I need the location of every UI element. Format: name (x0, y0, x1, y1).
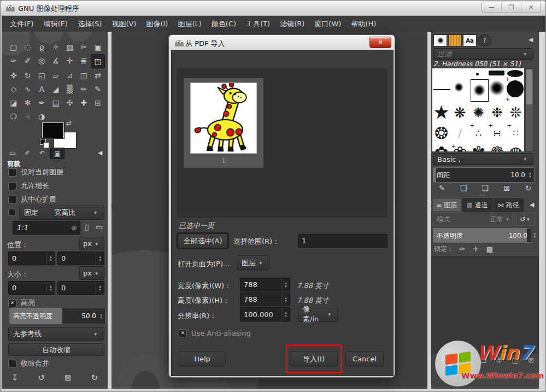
clear-icon[interactable]: ⊗ (71, 224, 77, 232)
tool-ink[interactable]: ✒ (34, 96, 49, 109)
tool-blur[interactable]: ❍ (7, 110, 21, 123)
current-layer-checkbox[interactable] (8, 168, 16, 177)
opacity-spinner[interactable]: ▴▾ (531, 228, 538, 242)
menu-colors[interactable]: 颜色(C) (207, 16, 241, 32)
menu-view[interactable]: 视图(V) (107, 16, 141, 32)
brush-cell[interactable]: ❊ (507, 103, 524, 122)
brush-cell[interactable] (507, 70, 523, 77)
dock-resize-handle-icon[interactable]: ⋯ (479, 191, 485, 198)
spin-down-icon[interactable]: ▾ (50, 288, 52, 291)
tool-align[interactable]: ≣ (77, 54, 91, 67)
antialias-checkbox[interactable]: ✕ (179, 329, 187, 337)
position-y-spinner[interactable]: 0 ▴▾ (57, 251, 104, 265)
layer-opacity-slider[interactable]: 不透明度 100.0 (433, 228, 531, 243)
tool-dodge-burn[interactable]: ◑ (34, 110, 49, 123)
tool-select-by-color[interactable]: ▨ (63, 40, 77, 54)
brush-cell[interactable]: ❂ (432, 123, 450, 143)
width-spinner[interactable]: 788 ▴▾ (240, 278, 290, 291)
brush-cell[interactable]: ✺ (469, 103, 488, 122)
height-spinner[interactable]: 788 ▴▾ (240, 292, 290, 306)
brush-cell[interactable]: ❀ (451, 143, 469, 151)
allow-growing-checkbox[interactable] (8, 182, 16, 190)
shrink-merged-checkbox[interactable] (8, 360, 16, 368)
tool-heal[interactable]: ✚ (77, 96, 91, 109)
close-button[interactable]: ✕ (521, 2, 541, 13)
patterns-tab[interactable] (448, 34, 462, 46)
tool-paths[interactable]: ✑ (7, 54, 21, 67)
brush-cell[interactable] (454, 83, 463, 92)
position-unit-dropdown[interactable]: px ▾ (79, 237, 104, 250)
menu-tools[interactable]: 工具(T) (241, 16, 275, 32)
tool-unified-transform[interactable]: ✜ (7, 69, 21, 82)
menu-edit[interactable]: 编辑(E) (39, 16, 73, 32)
refresh-brushes-icon[interactable]: ↻ (525, 184, 532, 192)
highlight-opacity-slider[interactable]: 高亮不透明度 50.0 ▴▾ (9, 308, 105, 324)
tool-warp-transform[interactable]: ∿ (21, 83, 35, 96)
tool-clone[interactable]: ▤ (49, 96, 63, 109)
tab-paths[interactable]: ⋈路径 (494, 198, 524, 212)
landscape-icon[interactable]: ▭ (96, 223, 103, 231)
tab-tool-options[interactable]: ▭ (6, 148, 19, 158)
brush-cell[interactable]: ∷ (507, 123, 524, 143)
tool-measure[interactable]: ∡ (49, 54, 63, 67)
autoshrink-button[interactable]: 自动收缩 (8, 343, 104, 356)
reset-options-icon[interactable]: ↻ (91, 373, 98, 383)
mode-options-dropdown[interactable]: ↺ ▾ (514, 213, 535, 226)
ratio-input[interactable]: 1:1 ⊗ (13, 221, 80, 235)
brush-scrollbar[interactable] (525, 68, 533, 151)
tab-channels[interactable]: ▥通道 (462, 198, 492, 212)
menu-image[interactable]: 图像(I) (141, 16, 173, 32)
brush-cell[interactable]: ∴ (469, 123, 488, 143)
tool-gradient[interactable]: ▒ (63, 83, 77, 96)
save-options-icon[interactable]: ↧ (11, 373, 19, 383)
delete-brush-icon[interactable]: ⊠ (504, 184, 510, 192)
tool-crop[interactable]: ◳ (91, 54, 105, 68)
spin-down-icon[interactable]: ▾ (285, 314, 287, 318)
tool-free-select[interactable]: ϱ (34, 40, 49, 54)
dock-menu-arrow-icon[interactable]: ◀ (529, 36, 533, 43)
position-x-spinner[interactable]: 0 ▴▾ (8, 251, 55, 265)
panel-menu-arrow-icon[interactable]: ◀ (98, 149, 102, 156)
minimize-button[interactable]: — (482, 2, 502, 13)
select-all-button[interactable]: 全部选中(A) (178, 233, 228, 248)
scrollbar-thumb[interactable] (526, 69, 532, 104)
page-thumbnail[interactable]: 1 (184, 78, 263, 168)
spacing-slider[interactable]: 间距 10.0 ▴▾ (433, 167, 535, 183)
tab-images[interactable]: ▣ (50, 148, 64, 159)
brush-cell[interactable] (507, 80, 524, 97)
tool-foreground-select[interactable]: ▣ (91, 40, 105, 54)
expand-center-checkbox[interactable] (8, 196, 16, 204)
guides-dropdown[interactable]: 无参考线 ▾ (8, 327, 104, 341)
tab-layers[interactable]: ≡图层 (432, 198, 461, 212)
spin-down-icon[interactable]: ▾ (99, 259, 101, 262)
highlight-checkbox[interactable]: ✕ (8, 299, 16, 307)
lock-position-icon[interactable]: ✛ (473, 245, 486, 253)
tool-3d-transform[interactable]: ◫ (77, 69, 91, 82)
spin-down-icon[interactable]: ▾ (50, 259, 52, 262)
menu-windows[interactable]: 窗口(W) (309, 16, 346, 32)
foreground-color-swatch[interactable] (42, 122, 64, 138)
help-button[interactable]: Help (179, 352, 226, 366)
tool-fuzzy-select[interactable]: ✧ (49, 40, 63, 54)
tool-scissors-select[interactable]: ✂ (77, 40, 91, 54)
tool-bucket-fill[interactable]: ◢ (49, 83, 63, 96)
tab-device-status[interactable]: ✐ (21, 148, 34, 158)
tool-flip[interactable]: ⇄ (91, 69, 105, 82)
fonts-tab[interactable]: Aa (463, 34, 477, 46)
brushes-tab[interactable] (433, 34, 447, 46)
menu-filters[interactable]: 滤镜(R) (275, 16, 309, 32)
brush-cell[interactable]: ✾ (469, 143, 488, 151)
tool-pencil[interactable]: ✏ (77, 83, 91, 96)
help-tab[interactable]: ? (478, 34, 491, 46)
tool-rotate[interactable]: ↻ (21, 69, 35, 82)
spin-down-icon[interactable]: ▾ (285, 285, 287, 288)
tool-perspective-clone[interactable]: ⊞ (91, 96, 105, 109)
restore-options-icon[interactable]: ↺ (38, 373, 45, 383)
layer-mode-dropdown[interactable]: 模式 正常 ▾ (433, 213, 513, 226)
tool-move[interactable]: ✛ (63, 54, 77, 67)
new-brush-icon[interactable]: ❑ (460, 184, 467, 192)
brush-cell[interactable] (433, 89, 450, 90)
menu-select[interactable]: 选择(S) (73, 16, 107, 32)
brush-tag-dropdown[interactable]: Basic , ▾ (433, 153, 533, 165)
swap-colors-icon[interactable]: ⇄ (66, 119, 72, 127)
